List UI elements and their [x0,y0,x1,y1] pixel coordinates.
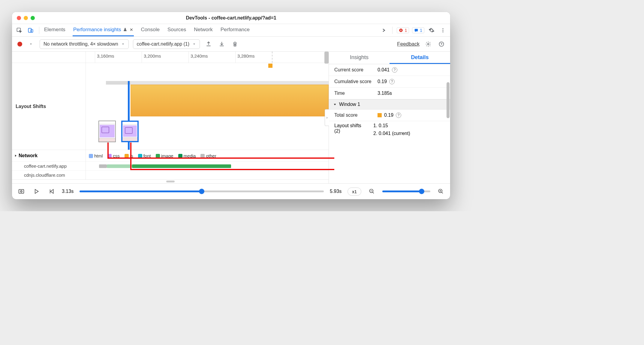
playback-end-time: 5.93s [330,189,342,194]
lane-label-layout-shifts: Layout Shifts [12,63,86,150]
zoom-slider[interactable] [382,190,430,192]
tab-network[interactable]: Network [193,24,213,36]
more-tabs-icon[interactable] [380,26,388,34]
zoom-in-icon[interactable] [436,187,445,196]
workspace: 3,160ms 3,200ms 3,240ms 3,280ms Layout S… [12,52,450,184]
preview-toggle-icon[interactable] [17,187,26,196]
settings-icon[interactable] [427,26,436,34]
playback-footer: 3.13s 5.93s x1 [12,184,450,199]
chevron-down-icon [333,103,337,106]
timeline-scrollbar[interactable] [324,52,329,64]
layout-shifts-lane[interactable] [86,63,329,150]
svg-rect-10 [19,190,24,194]
playback-slider[interactable] [80,190,324,192]
import-icon[interactable] [217,40,226,49]
svg-point-6 [443,30,444,31]
help-icon[interactable]: ? [389,79,395,84]
chevron-right-icon [14,154,17,158]
help-icon[interactable] [437,40,446,49]
tab-performance[interactable]: Performance [220,24,250,36]
playback-speed[interactable]: x1 [348,188,361,196]
tab-sources[interactable]: Sources [167,24,187,36]
sidebar-scrollbar[interactable] [447,64,450,183]
delete-icon[interactable] [230,40,239,49]
timeline-panel[interactable]: 3,160ms 3,200ms 3,240ms 3,280ms Layout S… [12,52,329,183]
ruler-tick: 3,280ms [235,52,255,63]
kebab-icon[interactable] [439,26,447,34]
devtools-window: DevTools - coffee-cart.netlify.app/?ad=1… [12,12,450,199]
network-host-row[interactable]: coffee-cart.netlify.app [12,161,86,170]
window-title: DevTools - coffee-cart.netlify.app/?ad=1 [12,15,450,21]
detail-row-current-score: Current score 0.041? [329,64,450,76]
svg-point-8 [428,43,429,45]
close-icon[interactable] [17,16,21,20]
experiment-icon [123,28,127,32]
help-icon[interactable]: ? [392,67,397,73]
lane-label-network[interactable]: Network [12,150,86,161]
task-block [131,81,329,85]
request-bar[interactable] [99,164,107,168]
minimize-icon[interactable] [24,16,28,20]
tab-elements[interactable]: Elements [44,24,66,36]
layout-shift-item[interactable]: 2. 0.041 (current) [373,131,410,136]
tab-insights[interactable]: Insights [329,52,390,64]
legend-item: html [89,153,103,158]
horizontal-scrollbar[interactable] [12,180,329,183]
request-bar[interactable] [132,164,231,168]
network-track[interactable] [86,170,329,179]
window-group-header[interactable]: Window 1 [329,99,450,110]
play-icon[interactable] [32,187,41,196]
ruler-tick: 3,200ms [142,52,161,63]
zoom-out-icon[interactable] [367,187,376,196]
svg-point-11 [20,190,22,192]
network-track[interactable] [86,161,329,170]
viewport-marker [272,52,272,63]
layout-shift-thumbnail[interactable] [98,121,116,142]
legend-item: other [200,153,216,158]
score-swatch-icon [378,113,382,117]
task-block [106,81,131,85]
main-tabs: Elements Performance insights ✕ Console … [44,24,250,36]
lane-label-empty [12,52,86,63]
request-bar[interactable] [107,164,132,168]
legend-item: css [107,153,120,158]
ruler-tick: 3,160ms [95,52,114,63]
sidebar-tabs: Insights Details [329,52,450,64]
js-execution-block[interactable] [131,85,329,116]
feedback-link[interactable]: Feedback [397,41,420,47]
layout-shift-thumbnail-selected[interactable] [121,121,139,142]
network-legend: html css js font image media other [86,150,329,161]
inspect-icon[interactable] [15,26,23,34]
recording-toolbar: No network throttling, 4× slowdown coffe… [12,37,450,52]
sidebar-toggle[interactable]: › [325,109,329,126]
layout-shifts-list: Layout shifts (2) 1. 0.15 2. 0.041 (curr… [329,121,450,138]
tab-console[interactable]: Console [140,24,160,36]
panel-settings-icon[interactable] [424,40,433,49]
detail-row-time: Time 3.185s [329,88,450,99]
ruler-tick: 3,240ms [188,52,208,63]
layout-shift-item[interactable]: 1. 0.15 [373,123,410,128]
network-host-row[interactable]: cdnjs.cloudflare.com [12,170,86,179]
record-dropdown-icon[interactable] [26,40,35,49]
playback-start-time: 3.13s [62,189,74,194]
device-toggle-icon[interactable] [26,26,35,34]
error-count-badge[interactable]: 1 [397,27,409,33]
issues-count-badge[interactable]: 1 [412,27,424,33]
titlebar: DevTools - coffee-cart.netlify.app/?ad=1 [12,12,450,24]
close-tab-icon[interactable]: ✕ [130,27,133,32]
tab-performance-insights[interactable]: Performance insights ✕ [73,24,134,36]
legend-item: image [156,153,173,158]
record-button[interactable] [17,42,22,46]
tab-details[interactable]: Details [390,52,450,64]
recording-select[interactable]: coffee-cart.netlify.app (1) [133,39,200,49]
help-icon[interactable]: ? [396,112,401,118]
zoom-icon[interactable] [31,16,35,20]
window-controls [17,16,35,20]
rewind-icon[interactable] [47,187,56,196]
svg-rect-4 [415,29,418,31]
svg-point-7 [443,31,444,32]
svg-point-5 [443,28,444,29]
export-icon[interactable] [204,40,213,49]
throttling-select[interactable]: No network throttling, 4× slowdown [40,39,129,49]
time-ruler[interactable]: 3,160ms 3,200ms 3,240ms 3,280ms [86,52,329,63]
